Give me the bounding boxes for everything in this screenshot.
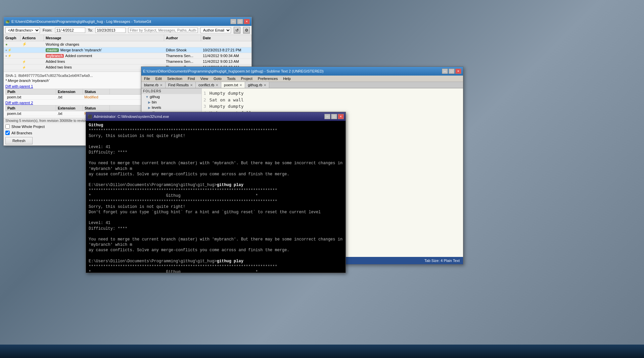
tab-githug-rb-close[interactable]: ✕ [264, 83, 266, 87]
window-controls: ─ □ ✕ [230, 19, 250, 24]
folder-bin-label: bin [152, 100, 157, 104]
cmd-icon: ⬛ [88, 115, 92, 119]
graph-cell-4 [4, 66, 20, 68]
tab-poem-txt-label: poem.txt [224, 83, 238, 87]
author-email-dropdown[interactable]: Author Email [200, 27, 231, 33]
menu-help[interactable]: Help [280, 76, 293, 82]
actions-col-header: Actions [20, 35, 44, 41]
all-branches-checkbox[interactable] [5, 131, 10, 135]
log-row-3[interactable]: ⚡ Added lines Thameera Sen... 11/4/2012 … [4, 59, 251, 64]
tab-githug-rb[interactable]: githug.rb ✕ [245, 82, 269, 88]
show-whole-project-label: Show Whole Project [11, 125, 45, 129]
tortoise-titlebar: 🐢 E:\Users\Dillon\Documents\Programming\… [4, 17, 251, 26]
menu-find[interactable]: Find [185, 76, 197, 82]
menu-project[interactable]: Project [238, 76, 255, 82]
branch-select[interactable]: <All Branches> [5, 27, 40, 33]
diff-path-1: poem.txt [5, 95, 56, 99]
cmd-minimize-button[interactable]: ─ [324, 114, 330, 119]
show-whole-project-checkbox[interactable] [5, 124, 10, 129]
menu-goto[interactable]: Goto [211, 76, 224, 82]
diff-status-1: Modified [83, 95, 109, 99]
folder-levels[interactable]: ▶ levels [141, 105, 201, 110]
tab-conflict-rb[interactable]: conflict.rb ✕ [196, 82, 221, 88]
author-col-header: Author [164, 35, 201, 41]
extension-col-header: Extension [56, 89, 83, 94]
tab-blame-rb-label: blame.rb [144, 83, 158, 87]
cmd-section-3: E:\Users\Dillon\Documents\Programming\gi… [89, 259, 343, 273]
author-cell-3: Thameera Sen... [164, 59, 201, 64]
filter-input[interactable] [128, 28, 198, 33]
folder-bin[interactable]: ▶ bin [141, 99, 201, 105]
tortoise-title: E:\Users\Dillon\Documents\Programming\gi… [11, 19, 151, 24]
tab-githug-rb-label: githug.rb [248, 83, 262, 87]
from-date-input[interactable] [55, 28, 85, 33]
working-dir-row[interactable]: ● ⚡ Working dir changes [4, 41, 251, 47]
cmd-title: Administrator: C:\Windows\system32\cmd.e… [94, 115, 169, 119]
folders-header: FOLDERS [141, 88, 201, 94]
sublime-titlebar: E:\Users\Dillon\Documents\Programming\gi… [141, 67, 463, 76]
chevron-right-icon: ▶ [148, 100, 151, 104]
folder-levels-label: levels [152, 105, 161, 109]
msg-cell-3: Added lines [44, 59, 164, 64]
graph-cell-1: ● ⚡ [4, 48, 20, 52]
cmd-maximize-button[interactable]: □ [331, 114, 337, 119]
sublime-minimize-button[interactable]: ─ [442, 69, 448, 74]
sublime-close-button[interactable]: ✕ [455, 69, 461, 74]
to-date-input[interactable] [95, 28, 126, 33]
graph-cell-3 [4, 61, 20, 62]
cmd-close-button[interactable]: ✕ [338, 114, 344, 119]
menu-edit[interactable]: Edit [153, 76, 165, 82]
menu-selection[interactable]: Selection [165, 76, 185, 82]
sublime-maximize-button[interactable]: □ [449, 69, 455, 74]
tab-conflict-rb-label: conflict.rb [198, 83, 214, 87]
action-cell-4: ⚡ [20, 64, 44, 70]
master-badge: master [46, 48, 59, 52]
tab-find-results[interactable]: Find Results ✕ [166, 82, 196, 88]
graph-col-header: Graph [4, 35, 20, 41]
path-col-header: Path [6, 89, 56, 94]
settings-icon-btn[interactable]: ⚙ [243, 27, 250, 34]
refresh-button[interactable]: Refresh [5, 137, 33, 144]
refresh-icon-btn[interactable]: ↺ [234, 27, 240, 34]
author-cell-2: Thameera Sen... [164, 53, 201, 58]
sublime-tabs: blame.rb ✕ Find Results ✕ conflict.rb ✕ … [141, 82, 463, 88]
extension-col-header-2: Extension [56, 105, 83, 111]
date-cell-2: 11/4/2012 9:00:34 AM [201, 53, 251, 58]
date-cell-3: 11/4/2012 9:00:13 AM [201, 59, 251, 64]
folder-githug[interactable]: ▼ githug [141, 94, 201, 99]
log-row-2[interactable]: ● ⚡ mybranch Added comment Thameera Sen.… [4, 53, 251, 59]
tab-conflict-rb-close[interactable]: ✕ [216, 83, 218, 87]
cmd-section-1: Githug *********************************… [89, 123, 343, 177]
close-button[interactable]: ✕ [244, 19, 250, 24]
menu-view[interactable]: View [197, 76, 211, 82]
minimize-button[interactable]: ─ [230, 19, 236, 24]
tab-find-results-close[interactable]: ✕ [190, 83, 193, 87]
author-cell-0 [164, 44, 201, 45]
cmd-title-area: ⬛ Administrator: C:\Windows\system32\cmd… [88, 115, 169, 119]
menu-tools[interactable]: Tools [224, 76, 238, 82]
log-row-1[interactable]: ● ⚡ master Merge branch 'mybranch' Dillo… [4, 47, 251, 53]
path-col-header-2: Path [6, 105, 56, 111]
action-cell-0: ⚡ [20, 41, 44, 47]
msg-cell-2: mybranch Added comment [44, 53, 164, 58]
action-cell-3: ⚡ [20, 59, 44, 64]
status-col-header-2: Status [83, 105, 110, 111]
log-table-header: Graph Actions Message Author Date [4, 35, 251, 41]
menu-preferences[interactable]: Preferences [255, 76, 280, 82]
statusbar-right: Tab Size: 4 Plain Text [424, 259, 460, 263]
tab-poem-txt-close[interactable]: ✕ [239, 83, 242, 87]
tortoise-toolbar: <All Branches> From: To: Author Email ↺ … [4, 26, 251, 35]
tab-blame-rb-close[interactable]: ✕ [160, 83, 163, 87]
tab-poem-txt[interactable]: poem.txt ✕ [221, 82, 245, 88]
tab-blame-rb[interactable]: blame.rb ✕ [141, 82, 166, 88]
taskbar [0, 345, 644, 358]
menu-file[interactable]: File [141, 76, 153, 82]
cmd-window-controls: ─ □ ✕ [324, 114, 344, 119]
cmd-content[interactable]: Githug *********************************… [86, 121, 346, 273]
maximize-button[interactable]: □ [237, 19, 243, 24]
date-cell-1: 10/23/2013 8:27:21 PM [201, 47, 251, 53]
code-line-2: Sat on a wall [210, 97, 251, 103]
graph-cell-0: ● [4, 42, 20, 47]
action-cell-5: ◆ [20, 70, 44, 72]
msg-cell-0: Working dir changes [44, 42, 164, 47]
